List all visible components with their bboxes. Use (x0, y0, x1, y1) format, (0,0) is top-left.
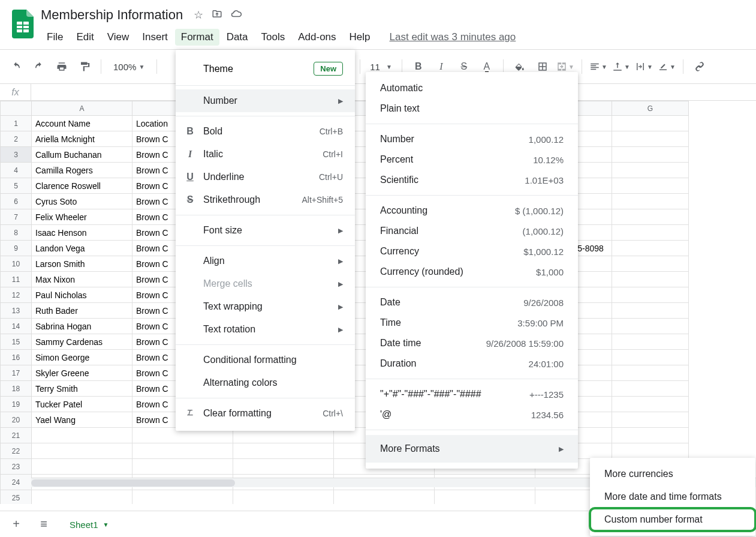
row-header[interactable]: 16 (1, 350, 32, 365)
cell[interactable] (612, 428, 689, 443)
cell[interactable]: Ariella Mcknight (32, 131, 132, 147)
menu-data[interactable]: Data (221, 29, 254, 46)
row-header[interactable]: 11 (1, 272, 32, 287)
print-button[interactable] (52, 56, 72, 77)
cell[interactable] (612, 381, 689, 397)
move-icon[interactable] (212, 8, 222, 22)
cell[interactable]: Isaac Henson (32, 225, 132, 241)
cell[interactable] (612, 272, 689, 287)
menu-insert[interactable]: Insert (136, 29, 174, 46)
row-header[interactable]: 24 (1, 475, 32, 490)
zoom-select[interactable]: 100% ▼ (107, 62, 150, 72)
h-align-button[interactable]: ▼ (588, 56, 609, 77)
add-sheet-button[interactable]: + (6, 514, 26, 535)
cell[interactable] (612, 163, 689, 178)
cell[interactable]: Yael Wang (32, 412, 132, 428)
menu-tools[interactable]: Tools (255, 29, 291, 46)
numfmt-accounting[interactable]: Accounting$ (1,000.12) (366, 200, 578, 221)
row-header[interactable]: 14 (1, 319, 32, 334)
cell[interactable] (32, 443, 132, 459)
cell[interactable] (32, 459, 132, 475)
sheet-tab-1[interactable]: Sheet1▼ (61, 515, 117, 533)
row-header[interactable]: 20 (1, 412, 32, 428)
cell[interactable] (612, 147, 689, 163)
format-text-wrapping[interactable]: Text wrapping▶ (176, 295, 355, 318)
format-text-rotation[interactable]: Text rotation▶ (176, 318, 355, 341)
undo-button[interactable] (6, 56, 26, 77)
cell[interactable]: Sabrina Hogan (32, 319, 132, 334)
cell[interactable] (612, 334, 689, 350)
format-italic[interactable]: IItalicCtrl+I (176, 143, 355, 166)
cell[interactable]: Larson Smith (32, 256, 132, 272)
row-header[interactable]: 3 (1, 147, 32, 163)
cell[interactable]: Felix Wheeler (32, 209, 132, 225)
font-size-select[interactable]: 11▼ (366, 62, 396, 72)
cell[interactable] (132, 459, 233, 475)
cell[interactable]: Callum Buchanan (32, 147, 132, 163)
format-font-size[interactable]: Font size▶ (176, 219, 355, 242)
cell[interactable] (612, 209, 689, 225)
numfmt-more-formats[interactable]: More Formats▶ (366, 435, 578, 463)
cell[interactable] (32, 490, 132, 505)
more-currencies[interactable]: More currencies (590, 463, 755, 485)
row-header[interactable]: 6 (1, 194, 32, 209)
row-header[interactable]: 21 (1, 428, 32, 443)
cell[interactable]: Max Nixon (32, 272, 132, 287)
format-bold[interactable]: BBoldCtrl+B (176, 120, 355, 143)
cell[interactable] (612, 131, 689, 147)
cell[interactable] (612, 443, 689, 459)
cell[interactable]: Tucker Patel (32, 397, 132, 412)
row-header[interactable]: 9 (1, 241, 32, 256)
row-header[interactable]: 10 (1, 256, 32, 272)
numfmt-custom1[interactable]: "+"#"-"###"-"###"-"####+---1235 (366, 384, 578, 404)
all-sheets-button[interactable]: ≡ (34, 514, 54, 535)
format-strikethrough[interactable]: SStrikethroughAlt+Shift+5 (176, 188, 355, 211)
cell[interactable] (612, 397, 689, 412)
cell[interactable] (612, 350, 689, 365)
format-underline[interactable]: UUnderlineCtrl+U (176, 166, 355, 188)
cell[interactable]: Landon Vega (32, 241, 132, 256)
menu-edit[interactable]: Edit (70, 29, 100, 46)
row-header[interactable]: 18 (1, 381, 32, 397)
numfmt-automatic[interactable]: Automatic (366, 78, 578, 98)
cell[interactable] (233, 459, 334, 475)
link-button[interactable] (689, 56, 710, 77)
menu-format[interactable]: Format (175, 29, 219, 46)
cell[interactable]: Paul Nicholas (32, 287, 132, 303)
cell[interactable] (612, 241, 689, 256)
last-edit-link[interactable]: Last edit was 3 minutes ago (390, 29, 516, 46)
cell[interactable] (612, 303, 689, 319)
cell[interactable]: Ruth Bader (32, 303, 132, 319)
row-header[interactable]: 15 (1, 334, 32, 350)
cell[interactable] (612, 319, 689, 334)
custom-number-format[interactable]: Custom number format (590, 508, 755, 531)
more-date-time[interactable]: More date and time formats (590, 485, 755, 508)
numfmt-scientific[interactable]: Scientific1.01E+03 (366, 170, 578, 190)
numfmt-datetime[interactable]: Date time9/26/2008 15:59:00 (366, 333, 578, 353)
cell[interactable] (612, 256, 689, 272)
row-header[interactable]: 12 (1, 287, 32, 303)
cloud-icon[interactable] (231, 8, 242, 22)
col-header-G[interactable]: G (612, 101, 689, 116)
cell[interactable] (132, 490, 233, 505)
wrap-button[interactable]: ▼ (634, 56, 654, 77)
menu-file[interactable]: File (41, 29, 69, 46)
cell[interactable] (612, 116, 689, 131)
cell[interactable] (334, 490, 435, 505)
cell[interactable]: Terry Smith (32, 381, 132, 397)
col-header-A[interactable]: A (32, 101, 132, 116)
cell[interactable] (612, 194, 689, 209)
row-header[interactable]: 25 (1, 490, 32, 505)
numfmt-number[interactable]: Number1,000.12 (366, 129, 578, 149)
v-align-button[interactable]: ▼ (611, 56, 631, 77)
select-all-corner[interactable] (1, 101, 32, 116)
row-header[interactable]: 1 (1, 116, 32, 131)
numfmt-plaintext[interactable]: Plain text (366, 98, 578, 119)
cell[interactable] (233, 443, 334, 459)
cell[interactable]: Clarence Roswell (32, 178, 132, 194)
row-header[interactable]: 8 (1, 225, 32, 241)
menu-view[interactable]: View (101, 29, 135, 46)
format-conditional[interactable]: Conditional formatting (176, 349, 355, 371)
row-header[interactable]: 5 (1, 178, 32, 194)
numfmt-currency-rounded[interactable]: Currency (rounded)$1,000 (366, 262, 578, 282)
